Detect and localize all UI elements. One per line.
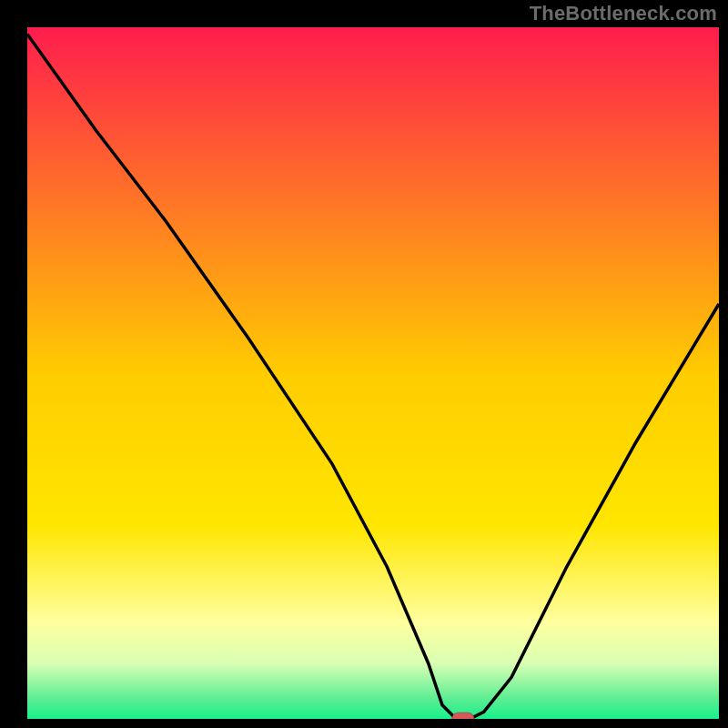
optimum-marker bbox=[452, 713, 474, 719]
plot-svg bbox=[27, 27, 719, 719]
watermark-text: TheBottleneck.com bbox=[530, 2, 717, 25]
plot-area bbox=[27, 27, 719, 719]
gradient-background bbox=[27, 27, 719, 719]
chart-frame: TheBottleneck.com bbox=[0, 0, 728, 728]
